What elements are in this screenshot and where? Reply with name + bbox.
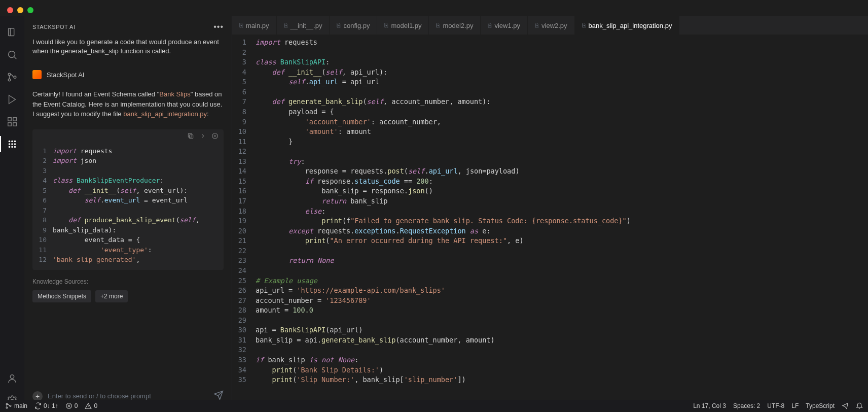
explorer-icon[interactable] (0, 21, 24, 44)
editor-line: 33if bank_slip is not None: (232, 355, 868, 365)
tab-model2-py[interactable]: ⎘model2.py (429, 16, 481, 35)
tab-model1-py[interactable]: ⎘model1.py (377, 16, 429, 35)
svg-point-14 (14, 143, 16, 145)
editor-line: 16 bank_slip = response.json() (232, 186, 868, 196)
cursor-position[interactable]: Ln 17, Col 3 (693, 402, 726, 409)
svg-point-4 (14, 76, 16, 79)
maximize-window-button[interactable] (27, 7, 33, 13)
svg-point-2 (8, 73, 11, 76)
editor-line: 6 (232, 87, 868, 97)
editor-line: 31bank_slip = api.generate_bank_slip(acc… (232, 335, 868, 346)
editor-line: 22 (232, 246, 868, 256)
editor-line: 8 payload = { (232, 107, 868, 117)
notifications-icon[interactable] (856, 402, 863, 409)
branch-indicator[interactable]: main (5, 402, 27, 409)
suggested-code-line: 1import requests (32, 146, 224, 156)
eol-indicator[interactable]: LF (791, 402, 799, 409)
svg-point-10 (11, 141, 13, 143)
close-window-button[interactable] (7, 7, 13, 13)
suggested-code-line: 6 self.event_url = event_url (32, 195, 224, 205)
tab-view2-py[interactable]: ⎘view2.py (528, 16, 575, 35)
editor-line: 17 return bank_slip (232, 196, 868, 207)
copy-code-icon[interactable] (187, 132, 194, 141)
user-message: I would like you to generate a code that… (32, 38, 224, 56)
suggested-code-line: 5 def __init__(self, event_url): (32, 186, 224, 196)
suggested-code-line: 7 (32, 205, 224, 216)
file-icon: ⎘ (488, 22, 491, 29)
svg-point-13 (11, 143, 13, 145)
window-controls (7, 7, 33, 13)
editor-line: 11 } (232, 137, 868, 147)
editor-line: 23 return None (232, 256, 868, 266)
editor-line: 25# Example usage (232, 276, 868, 286)
tab-config-py[interactable]: ⎘config.py (330, 16, 377, 35)
svg-rect-5 (8, 118, 11, 121)
tab-main-py[interactable]: ⎘main.py (232, 16, 277, 35)
chat-input[interactable] (48, 392, 208, 400)
editor-area: ⎘main.py⎘__init__.py⎘config.py⎘model1.py… (232, 16, 868, 412)
tab-__init__-py[interactable]: ⎘__init__.py (277, 16, 330, 35)
language-indicator[interactable]: TypeScript (806, 402, 835, 409)
editor-line: 24 (232, 266, 868, 276)
search-icon[interactable] (0, 44, 24, 66)
panel-more-button[interactable]: ••• (213, 22, 224, 31)
suggested-code-line: 3 (32, 166, 224, 176)
svg-point-16 (11, 146, 13, 148)
extensions-icon[interactable] (0, 111, 24, 133)
svg-point-12 (9, 143, 11, 145)
activity-bar (0, 16, 24, 412)
editor-line: 3class BankSlipAPI: (232, 57, 868, 67)
knowledge-sources-label: Knowledge Sources: (32, 278, 224, 285)
ai-response-header: StackSpot AI (32, 70, 224, 79)
editor-line: 28amount = 100.0 (232, 305, 868, 316)
suggested-code-line: 4class BankSlipEventProducer: (32, 176, 224, 186)
errors-count[interactable]: 0 (65, 402, 78, 409)
svg-rect-6 (13, 118, 16, 121)
editor-line: 19 print(f"Failed to generate bank slip.… (232, 216, 868, 226)
suggested-code-line: 9bank_slip_data): (32, 225, 224, 235)
svg-point-25 (10, 405, 11, 407)
knowledge-pill-more[interactable]: +2 more (95, 290, 128, 302)
editor-line: 1import requests (232, 38, 868, 48)
svg-point-3 (8, 79, 11, 81)
suggested-code-line: 12'bank slip generated', (32, 255, 224, 265)
bank-slips-link[interactable]: Bank Slips (159, 90, 190, 98)
svg-rect-20 (190, 135, 193, 139)
run-icon[interactable] (0, 88, 24, 111)
svg-point-1 (9, 51, 15, 58)
svg-rect-8 (13, 123, 16, 126)
insert-code-icon[interactable] (199, 132, 206, 141)
knowledge-pill-1[interactable]: Methods Snippets (32, 290, 91, 302)
file-icon: ⎘ (337, 22, 340, 29)
indent-indicator[interactable]: Spaces: 2 (733, 402, 760, 409)
svg-rect-0 (9, 28, 14, 36)
svg-point-23 (6, 403, 8, 405)
svg-point-18 (10, 375, 14, 379)
stackspot-icon[interactable] (0, 133, 24, 155)
tab-bank_slip_api_integration-py[interactable]: ⎘bank_slip_api_integration.py (575, 16, 680, 35)
warnings-count[interactable]: 0 (85, 402, 97, 409)
sync-indicator[interactable]: 0↓ 1↑ (34, 402, 58, 409)
encoding-indicator[interactable]: UTF-8 (767, 402, 784, 409)
file-icon: ⎘ (535, 22, 538, 29)
ai-name: StackSpot AI (47, 71, 84, 79)
panel-title: STACKSPOT AI (32, 24, 75, 30)
editor-line: 30api = BankSlipAPI(api_url) (232, 325, 868, 335)
tab-bar: ⎘main.py⎘__init__.py⎘config.py⎘model1.py… (232, 16, 868, 35)
feedback-icon[interactable] (842, 402, 849, 409)
suggested-code-block: 1import requests2import json34class Bank… (32, 129, 224, 270)
svg-rect-21 (188, 133, 192, 137)
editor-line: 14 response = requests.post(self.api_url… (232, 166, 868, 177)
minimize-window-button[interactable] (17, 7, 23, 13)
code-editor[interactable]: 1import requests23class BankSlipAPI:4 de… (232, 35, 868, 412)
tab-view1-py[interactable]: ⎘view1.py (481, 16, 528, 35)
svg-point-17 (14, 146, 16, 148)
new-file-icon[interactable] (211, 132, 219, 141)
source-control-icon[interactable] (0, 66, 24, 88)
file-link[interactable]: bank_slip_api_integration.py (123, 110, 207, 118)
file-icon: ⎘ (384, 22, 388, 29)
editor-line: 4 def __init__(self, api_url): (232, 67, 868, 78)
suggested-code-line: 8 def produce_bank_slip_event(self, (32, 215, 224, 225)
suggested-code-line: 11 'event_type': (32, 245, 224, 255)
account-icon[interactable] (0, 367, 24, 390)
